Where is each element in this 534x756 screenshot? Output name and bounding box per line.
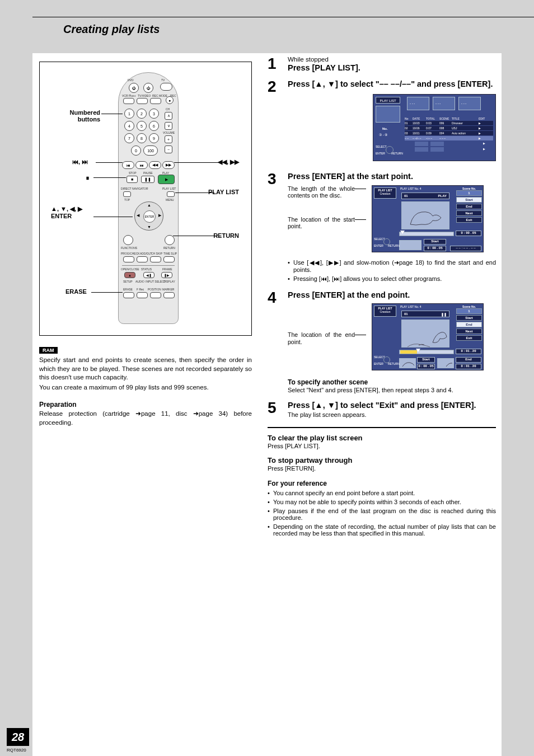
doc-code: RQT6920	[7, 748, 26, 753]
step3-note2: Pressing [⏮], [⏭] allows you to select o…	[288, 275, 496, 282]
callout-ff: ◀◀, ▶▶	[218, 158, 239, 166]
remote-body: ⏻ ⏻ DVD TV VCR Plus+ TV/VIDEO REC MODE R…	[118, 72, 179, 324]
osd1-row: 0210/260:07008USJ▶	[405, 126, 493, 130]
preparation-text: Release protection (cartridge ➜page 11, …	[39, 410, 252, 427]
label-status: STATUS	[141, 267, 152, 271]
step-1-lead: While stopped	[288, 56, 496, 63]
clear-heading: To clear the play list screen	[268, 434, 496, 442]
osd1-enter: ENTER	[376, 152, 385, 155]
vol-down: −	[165, 145, 172, 153]
remote-diagram: ⏻ ⏻ DVD TV VCR Plus+ TV/VIDEO REC MODE R…	[39, 62, 252, 336]
play-btn: ▶	[158, 175, 175, 184]
num-1: 1	[124, 109, 134, 119]
open-btn: ▲	[124, 272, 135, 278]
osd3-preview	[401, 201, 449, 229]
num-6: 6	[149, 121, 159, 131]
osd1-return: RETURN	[391, 152, 403, 155]
label-ch: CH	[166, 107, 170, 111]
num-2: 2	[137, 109, 147, 119]
label-vcrplus: VCR Plus+	[122, 94, 136, 97]
vol-up: +	[165, 135, 172, 143]
callout-stop: ∎	[86, 174, 90, 181]
timeslip-btn	[163, 256, 175, 262]
rec-btn: ●	[166, 96, 174, 104]
label-top: TOP	[124, 198, 130, 201]
chskip-btn	[150, 256, 161, 262]
divider	[268, 427, 496, 428]
num-0: 0	[131, 145, 141, 156]
ref-item: You may not be able to specify points wi…	[268, 499, 496, 505]
osd3-title-box: PLAY LIST Creation	[374, 187, 396, 199]
content-area: ⏻ ⏻ DVD TV VCR Plus+ TV/VIDEO REC MODE R…	[32, 53, 502, 756]
label-open: OPEN/CLOSE	[121, 267, 139, 271]
erase-btn	[123, 292, 134, 298]
ref-item: Depending on the state of recording, the…	[268, 523, 496, 537]
label-menu: MENU	[166, 198, 174, 201]
label-dn: DIRECT NAVIGATOR	[121, 187, 148, 190]
osd1-select: SELECT	[376, 145, 386, 148]
label-tvvideo: TV/VIDEO	[138, 94, 151, 97]
label-ret: RETURN	[163, 246, 175, 250]
num-8: 8	[137, 133, 147, 143]
nav-circle: ▲ ▼ ◀ ▶ ENTER	[134, 201, 163, 231]
callout-cursor: ▲, ▼, ◀, ▶ ENTER	[51, 205, 82, 219]
label-tv: TV	[161, 78, 165, 82]
step-1-num: 1	[268, 56, 288, 73]
ref-list: You cannot specify an end point before a…	[268, 490, 496, 537]
step-2-bold: Press [▲, ▼] to select "–– ––/––" and pr…	[288, 79, 496, 90]
step-3: 3 Press [ENTER] at the start point. The …	[268, 171, 496, 284]
step-5-num: 5	[268, 400, 288, 419]
num-4: 4	[124, 121, 134, 131]
intro-p2: You can create a maximum of 99 play list…	[39, 383, 252, 392]
right-column: 1 While stopped Press [PLAY LIST]. 2 Pre…	[262, 53, 502, 756]
num-5: 5	[137, 121, 147, 131]
label-stop: STOP	[129, 171, 137, 175]
osd1-blank-row: – – – –/– – –:– – – – – ▶	[405, 136, 493, 140]
label-timeslip: TIME SLIP	[163, 252, 177, 255]
dvd-power-icon: ⏻	[129, 83, 139, 93]
label-prog: PROG/CHECK	[121, 252, 140, 255]
step-5: 5 Press [▲, ▼] to select "Exit" and pres…	[268, 400, 496, 419]
num-9: 9	[149, 133, 159, 143]
functions-btn	[123, 235, 133, 245]
label-pos: POSITION	[148, 288, 161, 291]
step-2-num: 2	[268, 79, 288, 166]
step3-note1: Use [◀◀], [▶▶] and slow-motion (➜page 18…	[288, 259, 496, 273]
intro-p1: Specify start and end points to create s…	[39, 356, 252, 382]
callout-skip: ⏮, ⏭	[72, 158, 88, 165]
ch-down: ∨	[165, 122, 172, 130]
label-audio: AUDIO	[135, 280, 144, 283]
osd1-row: 0310/210:09004Auto action▶	[405, 131, 493, 135]
step4-sub-text: Select "Next" and press [ENTER], then re…	[288, 386, 496, 395]
osd4-preview	[401, 320, 449, 348]
osd1-no: No.	[382, 127, 388, 130]
stop-heading: To stop partway through	[268, 456, 496, 464]
callout-erase: ERASE	[65, 288, 87, 295]
step-5-bold: Press [▲, ▼] to select "Exit" and press …	[288, 400, 496, 411]
step-4-num: 4	[268, 290, 288, 395]
skip-next-icon: ⏭	[135, 161, 148, 169]
enter-btn: ENTER	[143, 210, 156, 223]
skip-prev-icon: ⏮	[122, 161, 134, 169]
step-1-bold: Press [PLAY LIST].	[288, 63, 496, 73]
label-frame: FRAME	[162, 267, 172, 271]
osd-step3: PLAY LIST Creation PLAY LIST No. 4 01 PL…	[372, 185, 484, 252]
step-4: 4 Press [ENTER] at the end point. The lo…	[268, 290, 496, 395]
ref-item: Play pauses if the end of the last progr…	[268, 508, 496, 521]
stop-btn: ■	[127, 176, 138, 183]
return-btn	[165, 235, 175, 245]
ram-badge: RAM	[39, 347, 58, 354]
ff-icon: ▶▶	[162, 161, 175, 169]
num-7: 7	[124, 133, 134, 143]
pos-btn	[150, 292, 161, 298]
prog-btn	[123, 256, 134, 262]
step-2: 2 Press [▲, ▼] to select "–– ––/––" and …	[268, 79, 496, 166]
page-number: 28	[7, 728, 29, 746]
step-1: 1 While stopped Press [PLAY LIST].	[268, 56, 496, 73]
recmode-btn	[150, 98, 161, 104]
status-btn: ◀❚	[143, 272, 154, 278]
preparation-heading: Preparation	[39, 401, 252, 408]
add-btn	[137, 256, 148, 262]
osd-step4: PLAY LIST Creation PLAY LIST No. 4 01 ❚❚	[372, 303, 484, 370]
vcrplus-btn	[123, 98, 134, 104]
